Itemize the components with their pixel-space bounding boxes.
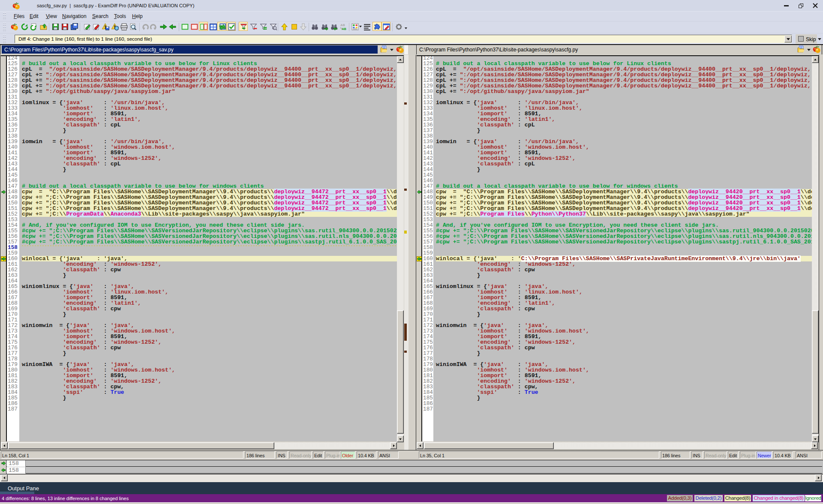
svg-text:AB: AB — [342, 27, 346, 30]
